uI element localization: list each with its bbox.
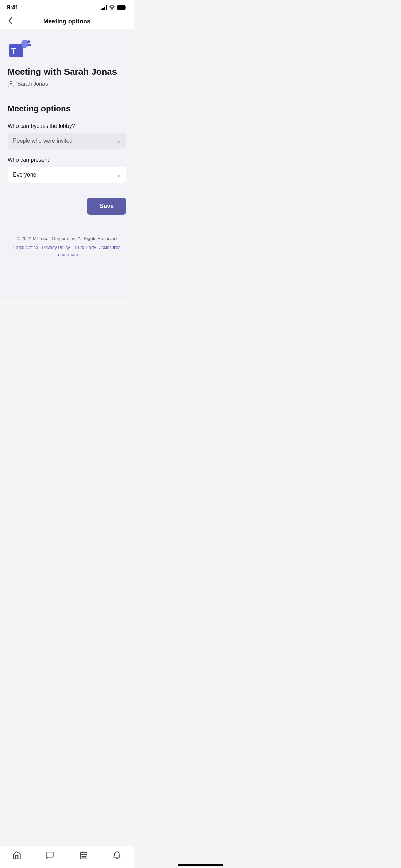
- meeting-header: T Meeting with Sarah Jonas Sarah Jonas: [0, 29, 134, 94]
- chevron-left-icon: [8, 17, 12, 24]
- svg-rect-11: [27, 44, 31, 46]
- present-dropdown[interactable]: Everyone ⌄: [8, 167, 126, 183]
- footer-links: Legal Notice Privacy Policy Third-Party …: [8, 245, 126, 250]
- svg-rect-2: [118, 6, 125, 9]
- status-icons: [101, 4, 127, 11]
- save-button[interactable]: Save: [87, 198, 126, 215]
- content: T Meeting with Sarah Jonas Sarah Jonas: [0, 29, 134, 300]
- organizer-row: Sarah Jonas: [8, 81, 126, 87]
- back-button[interactable]: [5, 15, 15, 28]
- battery-icon: [117, 5, 127, 10]
- lobby-chevron-icon: ⌄: [116, 137, 121, 144]
- nav-bar: Meeting options: [0, 14, 134, 29]
- svg-rect-9: [22, 45, 27, 48]
- lobby-value: People who were invited: [13, 138, 72, 144]
- teams-logo-svg: T: [8, 39, 32, 60]
- meeting-title: Meeting with Sarah Jonas: [8, 67, 126, 77]
- svg-point-0: [112, 9, 112, 10]
- svg-point-10: [27, 40, 31, 44]
- third-party-link[interactable]: Third-Party Disclosures: [74, 245, 120, 250]
- present-option-group: Who can present Everyone ⌄: [8, 157, 126, 183]
- svg-text:T: T: [11, 46, 16, 56]
- status-time: 9:41: [7, 4, 19, 11]
- svg-point-8: [23, 40, 26, 44]
- footer: © 2024 Microsoft Corporation. All Rights…: [0, 221, 134, 265]
- lobby-dropdown[interactable]: People who were invited ⌄: [8, 133, 126, 149]
- save-area: Save: [0, 191, 134, 221]
- present-label: Who can present: [8, 157, 126, 163]
- privacy-policy-link[interactable]: Privacy Policy: [42, 245, 70, 250]
- svg-rect-3: [126, 7, 127, 9]
- options-section: Meeting options Who can bypass the lobby…: [0, 94, 134, 183]
- footer-copyright: © 2024 Microsoft Corporation. All Rights…: [8, 235, 126, 242]
- teams-logo: T: [8, 39, 32, 60]
- page-title: Meeting options: [43, 18, 90, 25]
- lobby-label: Who can bypass the lobby?: [8, 123, 126, 129]
- learn-more-link[interactable]: Learn more: [56, 252, 78, 257]
- person-icon: [8, 81, 14, 87]
- present-chevron-icon: ⌄: [116, 171, 121, 178]
- options-heading: Meeting options: [8, 104, 126, 113]
- status-bar: 9:41: [0, 0, 134, 14]
- lobby-option-group: Who can bypass the lobby? People who wer…: [8, 123, 126, 149]
- wifi-icon: [109, 4, 115, 11]
- organizer-name: Sarah Jonas: [17, 81, 48, 87]
- signal-icon: [101, 5, 107, 10]
- svg-point-12: [10, 82, 12, 84]
- present-value: Everyone: [13, 172, 36, 178]
- legal-notice-link[interactable]: Legal Notice: [13, 245, 38, 250]
